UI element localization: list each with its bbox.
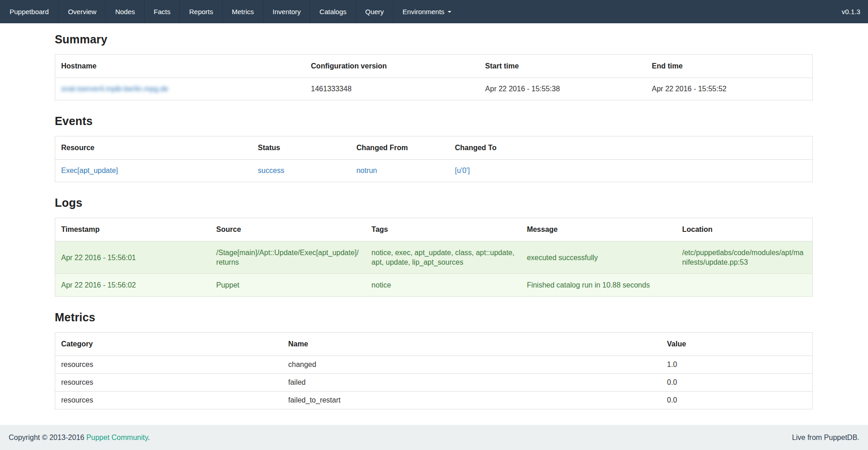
start-time-value: Apr 22 2016 - 15:55:38 [479, 78, 646, 100]
events-heading: Events [55, 115, 813, 128]
nav-item-label: Query [365, 8, 384, 16]
log-message: executed successfully [521, 241, 676, 274]
logs-heading: Logs [55, 196, 813, 209]
event-changed-from-link[interactable]: notrun [356, 167, 377, 174]
logs-header-row: Timestamp Source Tags Message Location [55, 218, 813, 241]
config-version-value: 1461333348 [305, 78, 479, 100]
nav-item-query[interactable]: Query [356, 0, 393, 23]
log-row: Apr 22 2016 - 15:56:02 Puppet notice Fin… [55, 274, 813, 297]
puppet-community-link[interactable]: Puppet Community [86, 434, 148, 441]
metric-category: resources [55, 392, 282, 409]
event-resource-link[interactable]: Exec[apt_update] [61, 167, 118, 174]
log-row: Apr 22 2016 - 15:56:01 /Stage[main]/Apt:… [55, 241, 813, 274]
metric-category: resources [55, 374, 282, 392]
hostname-link[interactable]: snat-tserver4.mpib-berlin.mpg.de [61, 85, 168, 93]
nav-item-reports[interactable]: Reports [179, 0, 222, 23]
nav-item-catalogs[interactable]: Catalogs [310, 0, 356, 23]
nav-item-label: Nodes [115, 8, 135, 16]
navbar-brand-label: Puppetboard [10, 8, 49, 16]
navbar: Puppetboard Overview Nodes Facts Reports… [0, 0, 868, 23]
metric-row: resources failed_to_restart 0.0 [55, 392, 813, 409]
log-location [676, 274, 813, 297]
log-tags: notice [366, 274, 521, 297]
nav-item-nodes[interactable]: Nodes [105, 0, 144, 23]
nav-dropdown-label: Environments [403, 8, 444, 16]
nav-item-label: Inventory [272, 8, 301, 16]
log-timestamp: Apr 22 2016 - 15:56:02 [55, 274, 210, 297]
column-header-status: Status [252, 136, 350, 160]
log-source: Puppet [210, 274, 366, 297]
nav-item-label: Catalogs [319, 8, 346, 16]
log-timestamp: Apr 22 2016 - 15:56:01 [55, 241, 210, 274]
log-message: Finished catalog run in 10.88 seconds [521, 274, 676, 297]
summary-row: snat-tserver4.mpib-berlin.mpg.de 1461333… [55, 78, 813, 100]
nav-item-overview[interactable]: Overview [58, 0, 106, 23]
navbar-right: v0.1.3 [834, 0, 868, 23]
copyright-text: Copyright © 2013-2016 [9, 434, 86, 441]
column-header-changed-to: Changed To [449, 136, 813, 160]
version-label: v0.1.3 [842, 8, 860, 16]
footer-copyright: Copyright © 2013-2016 Puppet Community. [9, 434, 150, 442]
caret-down-icon [448, 11, 451, 13]
nav-dropdown-environments[interactable]: Environments [393, 0, 460, 23]
column-header-tags: Tags [366, 218, 521, 241]
column-header-config-version: Configuration version [305, 55, 479, 78]
column-header-source: Source [210, 218, 366, 241]
column-header-name: Name [282, 333, 661, 356]
summary-header-row: Hostname Configuration version Start tim… [55, 55, 813, 78]
footer-live-status: Live from PuppetDB. [792, 434, 859, 442]
metrics-heading: Metrics [55, 311, 813, 324]
event-row: Exec[apt_update] success notrun [u'0'] [55, 160, 813, 182]
metric-category: resources [55, 356, 282, 374]
main-content: Summary Hostname Configuration version S… [55, 33, 813, 409]
nav-item-label: Reports [189, 8, 213, 16]
end-time-value: Apr 22 2016 - 15:55:52 [646, 78, 812, 100]
log-tags: notice, exec, apt_update, class, apt::up… [366, 241, 521, 274]
column-header-category: Category [55, 333, 282, 356]
nav-item-facts[interactable]: Facts [144, 0, 180, 23]
nav-item-inventory[interactable]: Inventory [263, 0, 310, 23]
events-table: Resource Status Changed From Changed To … [55, 136, 813, 182]
log-source: /Stage[main]/Apt::Update/Exec[apt_update… [210, 241, 366, 274]
metric-name: failed_to_restart [282, 392, 661, 409]
metric-value: 0.0 [661, 392, 813, 409]
column-header-value: Value [661, 333, 813, 356]
column-header-message: Message [521, 218, 676, 241]
nav-item-label: Facts [154, 8, 171, 16]
metric-name: failed [282, 374, 661, 392]
navbar-brand[interactable]: Puppetboard [0, 0, 58, 23]
logs-table: Timestamp Source Tags Message Location A… [55, 218, 813, 297]
navbar-left: Puppetboard Overview Nodes Facts Reports… [0, 0, 460, 23]
summary-heading: Summary [55, 33, 813, 46]
summary-table: Hostname Configuration version Start tim… [55, 54, 813, 100]
metric-row: resources failed 0.0 [55, 374, 813, 392]
column-header-timestamp: Timestamp [55, 218, 210, 241]
metrics-header-row: Category Name Value [55, 333, 813, 356]
column-header-hostname: Hostname [55, 55, 305, 78]
event-changed-to-link[interactable]: [u'0'] [455, 167, 470, 174]
metric-value: 0.0 [661, 374, 813, 392]
nav-item-label: Metrics [232, 8, 254, 16]
metric-row: resources changed 1.0 [55, 356, 813, 374]
metric-value: 1.0 [661, 356, 813, 374]
metric-name: changed [282, 356, 661, 374]
events-header-row: Resource Status Changed From Changed To [55, 136, 813, 160]
column-header-resource: Resource [55, 136, 252, 160]
live-from-puppetdb-text: Live from PuppetDB. [792, 434, 859, 441]
footer: Copyright © 2013-2016 Puppet Community. … [0, 425, 868, 450]
nav-item-label: Overview [68, 8, 97, 16]
column-header-location: Location [676, 218, 813, 241]
metrics-table: Category Name Value resources changed 1.… [55, 332, 813, 409]
event-status-link[interactable]: success [258, 167, 284, 174]
log-location: /etc/puppetlabs/code/modules/apt/manifes… [676, 241, 813, 274]
nav-item-metrics[interactable]: Metrics [222, 0, 263, 23]
column-header-end-time: End time [646, 55, 812, 78]
column-header-start-time: Start time [479, 55, 646, 78]
copyright-period: . [148, 434, 150, 441]
column-header-changed-from: Changed From [350, 136, 449, 160]
